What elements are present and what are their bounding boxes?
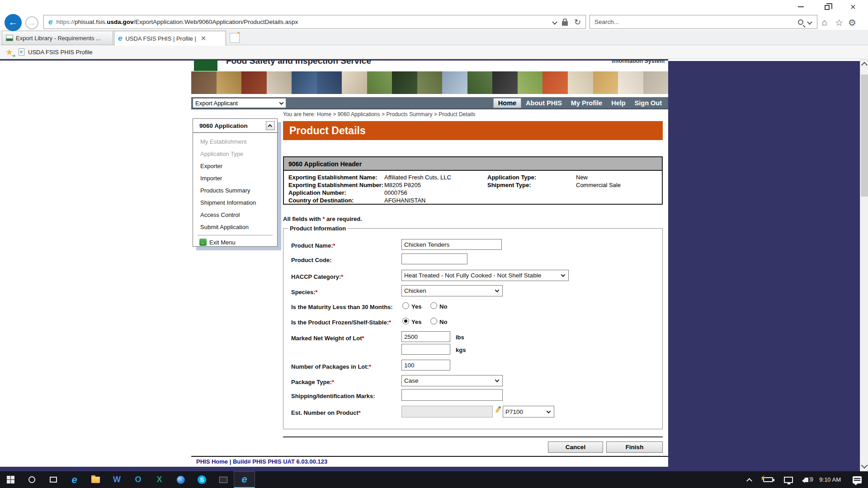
chevron-down-icon — [495, 378, 500, 382]
tab-label: Export Library - Requirements ... — [16, 35, 101, 42]
photo-tile — [342, 71, 367, 94]
tab-close-icon[interactable]: ✕ — [201, 34, 207, 42]
action-center-icon[interactable] — [853, 476, 862, 483]
restore-button[interactable] — [816, 1, 837, 13]
packages-input[interactable] — [401, 360, 450, 371]
edit-pencil-icon[interactable] — [495, 406, 502, 414]
add-favorite-icon[interactable]: ★ — [5, 47, 13, 57]
taskbar-icon-ie-active[interactable]: e — [234, 471, 255, 488]
search-dropdown-icon[interactable] — [807, 19, 812, 24]
nav-item-sign-out[interactable]: Sign Out — [630, 98, 666, 108]
taskbar-icon-console[interactable] — [212, 471, 234, 488]
settings-gear-icon[interactable]: ⚙ — [848, 17, 856, 28]
product-code-input[interactable] — [401, 253, 467, 264]
sidebar-item-exporter[interactable]: Exporter — [193, 160, 277, 172]
nav-item-my-profile[interactable]: My Profile — [566, 98, 607, 108]
maturity-no-radio[interactable] — [430, 302, 437, 309]
sidebar-collapse-button[interactable] — [266, 121, 275, 130]
breadcrumb-link-home[interactable]: Home — [317, 111, 331, 117]
word-icon: W — [113, 475, 121, 484]
sidebar-item-importer[interactable]: Importer — [193, 172, 277, 184]
breadcrumb-link-products-summary[interactable]: Products Summary — [386, 111, 432, 117]
sidebar-item-products-summary[interactable]: Products Summary — [193, 184, 277, 197]
usda-logo-clipped — [194, 60, 217, 71]
taskbar-icon-file-explorer[interactable] — [85, 471, 106, 488]
outlook-icon: O — [135, 475, 141, 484]
search-box[interactable]: Search... — [590, 15, 817, 29]
refresh-icon[interactable]: ↻ — [574, 17, 581, 27]
maturity-yes-radio[interactable] — [402, 302, 409, 309]
weight-kgs-input[interactable] — [401, 344, 450, 355]
frozen-yes-radio[interactable] — [402, 318, 409, 324]
scrollbar-down-button[interactable] — [861, 462, 868, 469]
cortana-search-button[interactable] — [21, 471, 42, 488]
haccp-category-select[interactable]: Heat Treated - Not Fully Cooked - Not Sh… — [401, 270, 569, 281]
search-icon[interactable] — [798, 19, 803, 25]
minimize-button[interactable] — [790, 1, 811, 13]
taskbar-icon-ie[interactable]: e — [64, 471, 85, 488]
species-label: Species:* — [291, 289, 318, 296]
sidebar-title: 9060 Application — [199, 122, 248, 129]
close-button[interactable]: × — [843, 1, 863, 13]
search-input[interactable]: Search... — [590, 19, 798, 25]
field-value: Commercial Sale — [576, 181, 621, 189]
nav-item-home[interactable]: Home — [493, 98, 521, 108]
photo-tile — [241, 71, 267, 94]
tab-usda-fsis-phis[interactable]: e USDA FSIS PHIS | Profile | ✕ — [114, 31, 226, 46]
volume-icon[interactable] — [805, 478, 808, 482]
tray-clock[interactable]: 9:10 AM — [819, 476, 841, 483]
back-button[interactable]: ← — [5, 14, 22, 31]
new-tab-button[interactable] — [230, 33, 240, 43]
application-header-title: 9060 Application Header — [284, 157, 662, 171]
breadcrumb-link-9060-applications[interactable]: 9060 Applications — [338, 111, 380, 117]
frozen-no-radio[interactable] — [430, 318, 437, 324]
maturity-no-label: No — [439, 303, 447, 310]
footer-border — [191, 456, 668, 457]
application-header-right-column: Application Type:New Shipment Type:Comme… — [487, 174, 621, 189]
product-name-input[interactable] — [401, 239, 502, 250]
weight-lbs-input[interactable] — [401, 331, 450, 342]
haccp-category-label: HACCP Category:* — [291, 273, 343, 280]
battery-charging-icon[interactable] — [763, 477, 773, 482]
package-type-select[interactable]: Case — [401, 375, 503, 386]
photo-tile — [217, 71, 242, 94]
restore-icon — [825, 5, 830, 10]
kgs-unit-label: kgs — [456, 347, 466, 353]
favorites-star-icon[interactable]: ☆ — [835, 17, 843, 28]
sidebar-item-shipment-information[interactable]: Shipment Information — [193, 197, 277, 209]
favorite-link[interactable]: USDA FSIS PHIS Profile — [28, 49, 92, 56]
field-label: Application Number: — [288, 189, 384, 197]
sidebar-item-access-control[interactable]: Access Control — [193, 209, 277, 221]
start-button[interactable] — [0, 471, 21, 488]
shipping-marks-input[interactable] — [401, 389, 503, 401]
page-background-right — [668, 61, 860, 471]
task-view-button[interactable] — [42, 471, 64, 488]
forward-button[interactable]: → — [25, 16, 38, 29]
species-select[interactable]: Chicken — [401, 285, 503, 296]
sidebar-item-submit-application[interactable]: Submit Application — [193, 221, 277, 233]
context-role-select[interactable]: Export Applicant — [193, 98, 286, 108]
nav-item-about-phis[interactable]: About PHIS — [521, 98, 566, 108]
cancel-button[interactable]: Cancel — [548, 441, 603, 453]
scrollbar-thumb[interactable] — [861, 75, 868, 197]
nav-item-help[interactable]: Help — [607, 98, 630, 108]
finish-button[interactable]: Finish — [606, 441, 663, 453]
tab-export-library[interactable]: Export Library - Requirements ... — [2, 31, 113, 45]
taskbar-icon-outlook[interactable]: O — [127, 471, 149, 488]
address-bar[interactable]: e https://phisuat.fsis.usda.gov/ExportAp… — [43, 15, 586, 29]
phis-home-link[interactable]: PHIS Home — [196, 458, 228, 465]
exit-arrow-icon: ← — [199, 239, 207, 246]
url-dropdown-icon[interactable] — [552, 19, 557, 24]
est-number-select[interactable]: P7100 — [503, 406, 554, 418]
scrollbar-up-button[interactable] — [861, 62, 868, 68]
taskbar-icon-skype[interactable]: S — [191, 471, 212, 488]
taskbar-icon-excel[interactable]: X — [149, 471, 170, 488]
sidebar-exit-menu[interactable]: ← Exit Menu — [193, 235, 277, 249]
photo-tile — [643, 71, 669, 94]
taskbar-icon-word[interactable]: W — [106, 471, 127, 488]
home-icon[interactable]: ⌂ — [822, 17, 827, 28]
taskbar-icon-globe-app[interactable] — [170, 471, 191, 488]
network-icon[interactable] — [784, 477, 793, 483]
tray-chevron-up-icon[interactable] — [746, 478, 752, 484]
scrollbar-track[interactable] — [860, 59, 868, 471]
